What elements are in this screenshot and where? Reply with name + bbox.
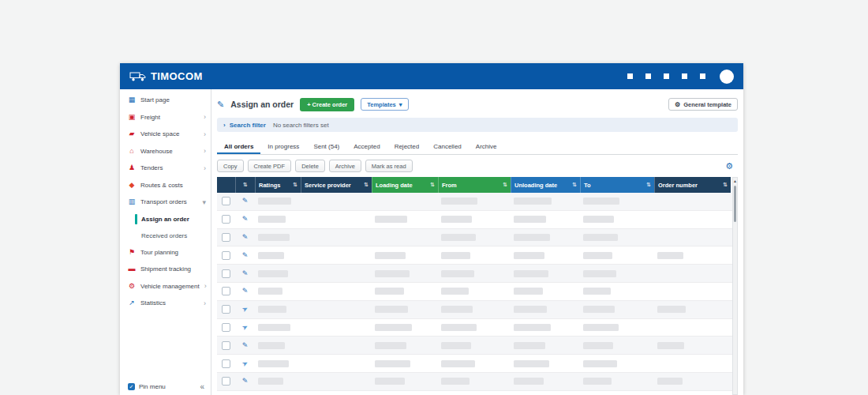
pin-menu-checkbox[interactable]: ✓ <box>128 383 135 390</box>
tab-in-progress[interactable]: In progress <box>260 140 306 154</box>
cell-select <box>217 373 235 390</box>
sidebar-item-received-orders[interactable]: Received orders <box>120 228 211 244</box>
row-checkbox[interactable] <box>222 215 230 224</box>
sidebar-item-transport-orders[interactable]: ▥Transport orders▾ <box>120 194 211 211</box>
cell-provider <box>301 391 372 395</box>
cell-to <box>580 246 654 264</box>
tour-planning-icon: ⚑ <box>128 249 136 256</box>
row-checkbox[interactable] <box>222 305 230 314</box>
sidebar-item-shipment-tracking[interactable]: ▬Shipment tracking <box>120 261 211 278</box>
sidebar-item-tenders[interactable]: ♟Tenders› <box>120 160 211 177</box>
column-label: From <box>442 182 457 189</box>
create-order-button[interactable]: + Create order <box>300 98 354 111</box>
sidebar-item-tour-planning[interactable]: ⚑Tour planning <box>120 244 211 261</box>
user-avatar[interactable] <box>720 70 734 84</box>
row-checkbox[interactable] <box>222 323 230 332</box>
mark-as-read-button[interactable]: Mark as read <box>365 160 413 172</box>
topbar-menu-square-icon[interactable] <box>682 73 687 79</box>
row-checkbox[interactable] <box>222 341 230 350</box>
topbar-menu-square-icon[interactable] <box>700 73 705 79</box>
tab-all-orders[interactable]: All orders <box>217 140 260 154</box>
row-checkbox[interactable] <box>222 269 230 278</box>
gear-icon: ⚙ <box>675 101 680 108</box>
sidebar-item-label: Warehouse <box>140 148 173 155</box>
sort-icon[interactable]: ⇅ <box>243 182 248 188</box>
sort-icon[interactable]: ⇅ <box>646 182 651 188</box>
archive-button[interactable]: Archive <box>329 160 361 172</box>
chevron-right-icon: › <box>204 113 206 121</box>
cell-from <box>438 373 511 390</box>
sort-icon[interactable]: ⇅ <box>572 182 577 188</box>
edit-order-icon[interactable]: ✎ <box>242 234 249 241</box>
cell-order <box>654 193 731 210</box>
row-checkbox[interactable] <box>222 197 230 205</box>
edit-order-icon[interactable]: ✎ <box>242 198 249 205</box>
transport-orders-icon: ▥ <box>128 198 136 205</box>
templates-dropdown[interactable]: Templates ▾ <box>361 98 408 111</box>
cell-provider <box>301 193 372 210</box>
sort-icon[interactable]: ⇅ <box>364 182 369 188</box>
sidebar-item-vehicle-space[interactable]: ▰Vehicle space› <box>120 126 211 143</box>
row-checkbox[interactable] <box>222 377 230 386</box>
scrollbar-thumb[interactable] <box>734 186 736 222</box>
send-order-icon[interactable]: ➤ <box>241 305 249 314</box>
delete-button[interactable]: Delete <box>295 160 325 172</box>
general-template-button[interactable]: ⚙ General template <box>668 98 738 111</box>
tab-accepted[interactable]: Accepted <box>346 140 387 154</box>
edit-order-icon[interactable]: ✎ <box>242 216 249 223</box>
table-scrollbar[interactable]: ▲ <box>732 177 738 395</box>
sidebar-item-routes-costs[interactable]: ◆Routes & costs <box>120 177 211 194</box>
tab-sent-54[interactable]: Sent (54) <box>306 140 346 154</box>
row-checkbox[interactable] <box>222 233 230 242</box>
send-order-icon[interactable]: ➤ <box>241 323 249 332</box>
sort-icon[interactable]: ⇅ <box>293 182 297 188</box>
page-header: ✎ Assign an order + Create order Templat… <box>217 94 738 115</box>
sort-icon[interactable]: ⇅ <box>503 182 507 188</box>
row-checkbox[interactable] <box>222 287 230 295</box>
sidebar-item-label: Assign an order <box>141 216 189 223</box>
cell-from <box>438 301 511 318</box>
tab-archive[interactable]: Archive <box>469 140 504 154</box>
cell-select <box>217 283 235 300</box>
sidebar-item-warehouse[interactable]: ⌂Warehouse› <box>120 143 211 160</box>
row-checkbox[interactable] <box>222 251 230 260</box>
edit-order-icon[interactable]: ✎ <box>242 288 249 295</box>
row-checkbox[interactable] <box>222 359 230 368</box>
sidebar-item-assign-an-order[interactable]: Assign an order <box>120 211 211 228</box>
edit-order-icon[interactable]: ✎ <box>242 342 249 349</box>
cell-provider <box>301 337 372 354</box>
redacted-value-bar <box>583 342 613 349</box>
edit-order-icon[interactable]: ✎ <box>242 270 249 277</box>
sidebar-item-start-page[interactable]: ▦Start page <box>120 92 211 109</box>
topbar-menu-square-icon[interactable] <box>627 73 633 79</box>
tab-cancelled[interactable]: Cancelled <box>426 140 469 154</box>
app-window: TIMOCOM ▦Start page▣Freight›▰Vehicle spa… <box>120 63 743 395</box>
collapse-sidebar-icon[interactable]: « <box>200 382 204 391</box>
topbar-menu-square-icon[interactable] <box>645 73 651 79</box>
sort-icon[interactable]: ⇅ <box>723 182 728 188</box>
sidebar-item-vehicle-management[interactable]: ⚙Vehicle management› <box>120 278 211 295</box>
topbar-menu-square-icon[interactable] <box>664 73 669 79</box>
cell-ratings <box>255 283 301 300</box>
sort-icon[interactable]: ⇅ <box>430 182 435 188</box>
column-label: Order number <box>658 182 698 189</box>
edit-order-icon[interactable]: ✎ <box>242 252 249 259</box>
tab-rejected[interactable]: Rejected <box>387 140 427 154</box>
edit-order-icon[interactable]: ✎ <box>242 378 249 385</box>
scrollbar-up-arrow-icon[interactable]: ▲ <box>733 179 737 183</box>
table-settings-gear-icon[interactable]: ⚙ <box>725 161 733 171</box>
create-pdf-button[interactable]: Create PDF <box>248 160 292 172</box>
table-row: ➤ <box>217 391 732 395</box>
search-filter-bar[interactable]: › Search filter No search filters set <box>217 118 738 132</box>
cell-select <box>217 337 235 354</box>
sidebar-item-statistics[interactable]: ↗Statistics› <box>120 295 211 312</box>
redacted-value-bar <box>441 252 470 259</box>
redacted-value-bar <box>441 216 472 223</box>
redacted-value-bar <box>583 378 612 385</box>
copy-button[interactable]: Copy <box>217 160 244 172</box>
send-order-icon[interactable]: ➤ <box>241 359 249 367</box>
redacted-value-bar <box>375 306 408 313</box>
brand-name: TIMOCOM <box>151 70 203 82</box>
sidebar-item-freight[interactable]: ▣Freight› <box>120 109 211 126</box>
freight-icon: ▣ <box>128 114 136 121</box>
